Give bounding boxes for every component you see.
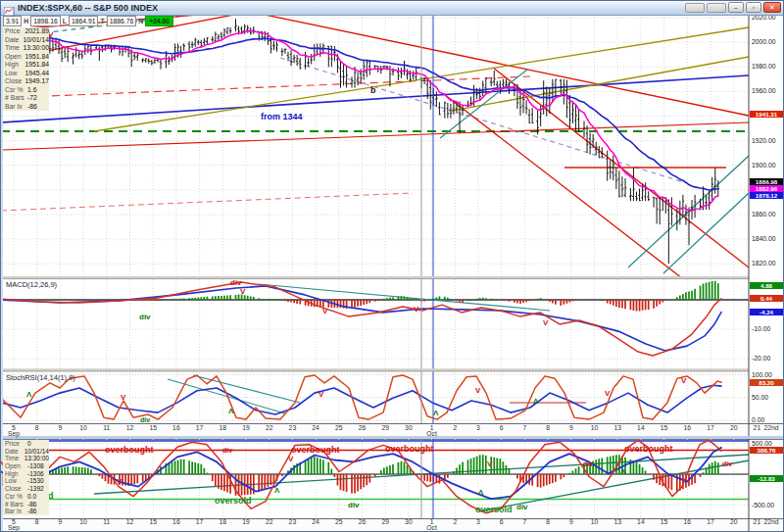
info-row: Open-1308 (3, 462, 49, 470)
info-row: High-1306 (3, 470, 49, 478)
x-axis-strip-top (3, 423, 783, 436)
stoch-panel-label: StochRSI(14,14(1),9) (6, 373, 75, 382)
info-row: Low-1530 (3, 477, 49, 485)
quote-label: T (100, 18, 104, 24)
info-row: Time13:30:00 (3, 44, 49, 53)
app-icon (4, 3, 15, 13)
data-window-breadth: Price0Date10/01/14Time13:30:00Open-1308H… (3, 440, 49, 515)
info-row: Price2021.89 (3, 27, 49, 36)
info-row: Open1951.84 (3, 53, 49, 62)
quote-label: H (24, 18, 28, 24)
toolbar-button-1[interactable] (685, 3, 705, 13)
main-chart-pane[interactable] (3, 15, 783, 423)
quote-box: 1886.76 (107, 16, 137, 26)
x-axis-strip-bottom (3, 518, 783, 531)
toolbar-button-2[interactable] (707, 3, 726, 13)
close-button[interactable]: ✕ (763, 2, 781, 13)
info-row: # Bars-86 (3, 501, 49, 508)
macd-panel-label: MACD(12,26,9) (6, 280, 57, 289)
info-row: Price0 (3, 440, 49, 448)
quote-box: 3.91 (3, 16, 22, 26)
app-window: INDEX:$SPX,60 -- S&P 500 INDEX – ▫ ✕ 202… (0, 0, 784, 532)
quote-box: 1898.16 (30, 16, 61, 26)
info-row: Close1949.17 (3, 77, 49, 86)
info-row: # Bars-72 (3, 94, 49, 103)
breadth-chart-pane[interactable] (3, 439, 783, 518)
info-row: Date10/01/14 (3, 36, 49, 45)
quote-label: N (138, 18, 143, 24)
window-title: INDEX:$SPX,60 -- S&P 500 INDEX (18, 3, 158, 13)
data-window-main: Price2021.89Date10/01/14Time13:30:00Open… (3, 27, 49, 111)
info-row: Csr %1.6 (3, 86, 49, 95)
maximize-button[interactable]: ▫ (746, 2, 761, 13)
title-bar[interactable]: INDEX:$SPX,60 -- S&P 500 INDEX – ▫ ✕ (1, 1, 783, 16)
quote-strip: 3.91H1898.16L1864.91T1886.76N+24.00 (3, 16, 173, 26)
net-change-box: +24.00 (145, 16, 173, 26)
info-row: Bar Ix-86 (3, 508, 49, 515)
info-row: Close-1392 (3, 485, 49, 493)
info-row: High1951.84 (3, 61, 49, 70)
minimize-button[interactable]: – (728, 2, 744, 13)
quote-box: 1864.91 (69, 16, 99, 26)
quote-label: L (63, 18, 67, 24)
info-row: Low1945.44 (3, 70, 49, 78)
info-row: Bar Ix-86 (3, 103, 49, 112)
info-row: Time13:30:00 (3, 455, 49, 462)
info-row: Csr %0.0 (3, 493, 49, 501)
info-row: Date10/01/14 (3, 448, 49, 456)
